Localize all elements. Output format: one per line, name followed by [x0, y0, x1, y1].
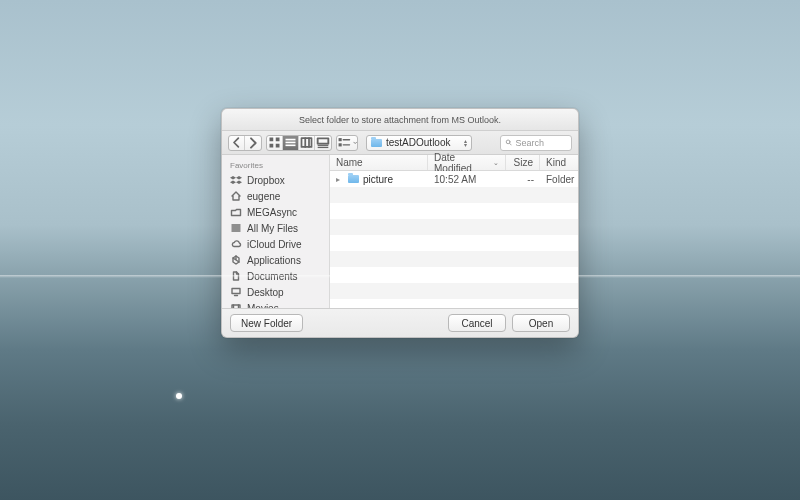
- table-row[interactable]: ▸ picture 10:52 AM -- Folder: [330, 171, 578, 187]
- nav-segmented: [228, 135, 262, 151]
- table-row: [330, 235, 578, 251]
- sidebar-section-header: Favorites: [222, 159, 329, 172]
- path-popup[interactable]: testADOutlook ▴▾: [366, 135, 472, 151]
- svg-rect-5: [286, 142, 296, 144]
- sidebar-item-label: Documents: [247, 271, 298, 282]
- window-title: Select folder to store attachment from M…: [299, 115, 501, 125]
- window-titlebar: Select folder to store attachment from M…: [222, 109, 578, 131]
- column-header-date[interactable]: Date Modified ⌄: [428, 155, 506, 170]
- coverflow-icon: [315, 135, 331, 151]
- open-panel-window: Select folder to store attachment from M…: [221, 108, 579, 338]
- table-row: [330, 219, 578, 235]
- svg-rect-4: [286, 139, 296, 141]
- updown-icon: ▴▾: [464, 139, 467, 147]
- svg-rect-6: [286, 145, 296, 147]
- home-icon: [230, 190, 242, 202]
- svg-rect-0: [270, 138, 274, 142]
- sidebar: Favorites Dropbox eugene: [222, 155, 330, 308]
- svg-rect-1: [276, 138, 280, 142]
- desktop-icon: [230, 286, 242, 298]
- table-row: [330, 267, 578, 283]
- grid-icon: [267, 135, 282, 150]
- arrange-button[interactable]: [337, 136, 357, 150]
- column-header-name[interactable]: Name: [330, 155, 428, 170]
- table-row: [330, 299, 578, 308]
- panel-body: Favorites Dropbox eugene: [222, 155, 578, 309]
- sync-folder-icon: [230, 206, 242, 218]
- svg-rect-3: [276, 144, 280, 148]
- sidebar-item-desktop[interactable]: Desktop: [222, 284, 329, 300]
- svg-rect-11: [339, 138, 342, 141]
- path-popup-label: testADOutlook: [386, 137, 450, 148]
- view-segmented: [266, 135, 332, 151]
- sidebar-item-label: Movies: [247, 303, 279, 309]
- file-size: --: [527, 174, 534, 185]
- sidebar-item-dropbox[interactable]: Dropbox: [222, 172, 329, 188]
- column-header-kind[interactable]: Kind: [540, 155, 578, 170]
- documents-icon: [230, 270, 242, 282]
- back-button[interactable]: [229, 136, 245, 150]
- svg-rect-9: [318, 144, 329, 145]
- open-button[interactable]: Open: [512, 314, 570, 332]
- file-name: picture: [363, 174, 393, 185]
- disclosure-triangle-icon[interactable]: ▸: [336, 175, 344, 184]
- cloud-icon: [230, 238, 242, 250]
- sidebar-item-label: Desktop: [247, 287, 284, 298]
- sidebar-item-label: All My Files: [247, 223, 298, 234]
- table-row: [330, 187, 578, 203]
- svg-rect-8: [318, 138, 329, 143]
- arrange-icon: [337, 136, 352, 149]
- desktop-background: Select folder to store attachment from M…: [0, 0, 800, 500]
- sidebar-item-label: MEGAsync: [247, 207, 297, 218]
- column-view-button[interactable]: [299, 136, 315, 150]
- svg-rect-12: [339, 144, 342, 147]
- sidebar-item-label: Dropbox: [247, 175, 285, 186]
- coverflow-view-button[interactable]: [315, 136, 331, 150]
- file-rows: ▸ picture 10:52 AM -- Folder: [330, 171, 578, 308]
- folder-icon: [348, 175, 359, 183]
- file-date: 10:52 AM: [434, 174, 476, 185]
- table-row: [330, 283, 578, 299]
- table-row: [330, 251, 578, 267]
- columns-icon: [299, 135, 314, 150]
- svg-rect-14: [232, 289, 240, 294]
- svg-rect-7: [302, 138, 312, 147]
- dropbox-icon: [230, 174, 242, 186]
- file-list: Name Date Modified ⌄ Size Kind ▸ picture: [330, 155, 578, 308]
- sidebar-item-applications[interactable]: Applications: [222, 252, 329, 268]
- search-input[interactable]: [515, 138, 567, 148]
- cancel-button[interactable]: Cancel: [448, 314, 506, 332]
- sidebar-item-documents[interactable]: Documents: [222, 268, 329, 284]
- movies-icon: [230, 302, 242, 308]
- toolbar: testADOutlook ▴▾: [222, 131, 578, 155]
- column-headers: Name Date Modified ⌄ Size Kind: [330, 155, 578, 171]
- arrange-segmented: [336, 135, 358, 151]
- sidebar-item-icloud[interactable]: iCloud Drive: [222, 236, 329, 252]
- all-my-files-icon: [230, 222, 242, 234]
- sidebar-item-allmyfiles[interactable]: All My Files: [222, 220, 329, 236]
- new-folder-button[interactable]: New Folder: [230, 314, 303, 332]
- icon-view-button[interactable]: [267, 136, 283, 150]
- sidebar-item-label: eugene: [247, 191, 280, 202]
- column-header-size[interactable]: Size: [506, 155, 540, 170]
- forward-button[interactable]: [245, 136, 261, 150]
- sidebar-item-movies[interactable]: Movies: [222, 300, 329, 308]
- chevron-down-icon: [353, 140, 357, 146]
- cursor-hotspot: [176, 393, 182, 399]
- table-row: [330, 203, 578, 219]
- sidebar-item-label: iCloud Drive: [247, 239, 301, 250]
- sidebar-item-home[interactable]: eugene: [222, 188, 329, 204]
- search-field[interactable]: [500, 135, 572, 151]
- chevron-right-icon: [245, 135, 261, 151]
- sidebar-item-megasync[interactable]: MEGAsync: [222, 204, 329, 220]
- sidebar-item-label: Applications: [247, 255, 301, 266]
- svg-rect-2: [270, 144, 274, 148]
- list-view-button[interactable]: [283, 136, 299, 150]
- folder-icon: [371, 139, 382, 147]
- sort-caret-down-icon: ⌄: [493, 159, 499, 167]
- svg-rect-10: [318, 146, 329, 147]
- list-icon: [283, 135, 298, 150]
- search-icon: [505, 138, 512, 147]
- footer: New Folder Cancel Open: [222, 309, 578, 337]
- chevron-left-icon: [229, 135, 244, 150]
